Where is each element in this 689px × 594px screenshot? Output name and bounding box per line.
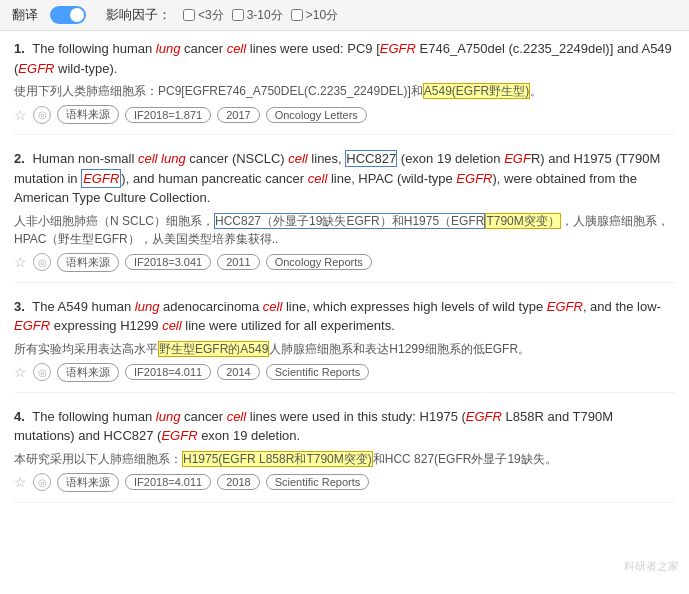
- result-1-cn: 使用下列人类肺癌细胞系：PC9[EGFRE746_A750DEL(C.2235_…: [14, 82, 675, 100]
- journal-tag-3[interactable]: Scientific Reports: [266, 364, 370, 380]
- toggle-knob: [70, 8, 84, 22]
- filter-3to10[interactable]: 3-10分: [232, 7, 283, 24]
- result-3-highlight: 野生型EGFR的A549: [158, 341, 269, 357]
- result-2-number: 2.: [14, 151, 25, 166]
- year-tag-4[interactable]: 2018: [217, 474, 259, 490]
- translate-toggle[interactable]: [50, 6, 86, 24]
- year-tag-3[interactable]: 2014: [217, 364, 259, 380]
- result-item-2: 2. Human non-small cell lung cancer (NSC…: [14, 149, 675, 283]
- filter-gt10[interactable]: >10分: [291, 7, 338, 24]
- result-item-3: 3. The A549 human lung adenocarcinoma ce…: [14, 297, 675, 393]
- result-4-number: 4.: [14, 409, 25, 424]
- if-tag-2[interactable]: IF2018=3.041: [125, 254, 211, 270]
- source-tag-3[interactable]: 语料来源: [57, 363, 119, 382]
- circle-icon-2[interactable]: ◎: [33, 253, 51, 271]
- journal-tag-1[interactable]: Oncology Letters: [266, 107, 367, 123]
- filter-lt3[interactable]: <3分: [183, 7, 224, 24]
- result-1-meta: ☆ ◎ 语料来源 IF2018=1.871 2017 Oncology Lett…: [14, 105, 675, 124]
- translate-label: 翻译: [12, 6, 38, 24]
- star-icon-1[interactable]: ☆: [14, 107, 27, 123]
- if-tag-1[interactable]: IF2018=1.871: [125, 107, 211, 123]
- filter-3to10-label: 3-10分: [247, 7, 283, 24]
- watermark: 科研者之家: [624, 559, 679, 574]
- result-1-number: 1.: [14, 41, 25, 56]
- impact-label: 影响因子：: [106, 6, 171, 24]
- filter-lt3-checkbox[interactable]: [183, 9, 195, 21]
- result-4-highlight: H1975(EGFR L858R和T790M突变): [182, 451, 373, 467]
- top-bar: 翻译 影响因子： <3分 3-10分 >10分: [0, 0, 689, 31]
- filter-group: <3分 3-10分 >10分: [183, 7, 338, 24]
- result-3-cn: 所有实验均采用表达高水平野生型EGFR的A549人肺腺癌细胞系和表达H1299细…: [14, 340, 675, 358]
- result-3-number: 3.: [14, 299, 25, 314]
- year-tag-2[interactable]: 2011: [217, 254, 259, 270]
- star-icon-3[interactable]: ☆: [14, 364, 27, 380]
- result-2-meta: ☆ ◎ 语料来源 IF2018=3.041 2011 Oncology Repo…: [14, 253, 675, 272]
- result-2-cn: 人非小细胞肺癌（N SCLC）细胞系，HCC827（外显子19缺失EGFR）和H…: [14, 212, 675, 248]
- year-tag-1[interactable]: 2017: [217, 107, 259, 123]
- filter-gt10-checkbox[interactable]: [291, 9, 303, 21]
- result-1-en: 1. The following human lung cancer cell …: [14, 39, 675, 78]
- source-tag-1[interactable]: 语料来源: [57, 105, 119, 124]
- source-tag-4[interactable]: 语料来源: [57, 473, 119, 492]
- journal-tag-4[interactable]: Scientific Reports: [266, 474, 370, 490]
- result-item-1: 1. The following human lung cancer cell …: [14, 39, 675, 135]
- circle-icon-1[interactable]: ◎: [33, 106, 51, 124]
- result-2-highlight-1: HCC827（外显子19缺失EGFR）和H1975（EGFR: [214, 213, 485, 229]
- journal-tag-2[interactable]: Oncology Reports: [266, 254, 372, 270]
- filter-3to10-checkbox[interactable]: [232, 9, 244, 21]
- hcc827-highlight: HCC827: [345, 150, 397, 167]
- result-2-en: 2. Human non-small cell lung cancer (NSC…: [14, 149, 675, 208]
- star-icon-2[interactable]: ☆: [14, 254, 27, 270]
- star-icon-4[interactable]: ☆: [14, 474, 27, 490]
- result-1-highlight: A549(EGFR野生型): [423, 83, 530, 99]
- egfr-blue-1: EGFR: [81, 169, 121, 188]
- result-4-meta: ☆ ◎ 语料来源 IF2018=4.011 2018 Scientific Re…: [14, 473, 675, 492]
- results-container: 1. The following human lung cancer cell …: [0, 31, 689, 525]
- result-3-meta: ☆ ◎ 语料来源 IF2018=4.011 2014 Scientific Re…: [14, 363, 675, 382]
- result-4-cn: 本研究采用以下人肺癌细胞系：H1975(EGFR L858R和T790M突变)和…: [14, 450, 675, 468]
- circle-icon-4[interactable]: ◎: [33, 473, 51, 491]
- filter-gt10-label: >10分: [306, 7, 338, 24]
- if-tag-4[interactable]: IF2018=4.011: [125, 474, 211, 490]
- result-item-4: 4. The following human lung cancer cell …: [14, 407, 675, 503]
- circle-icon-3[interactable]: ◎: [33, 363, 51, 381]
- filter-lt3-label: <3分: [198, 7, 224, 24]
- result-3-en: 3. The A549 human lung adenocarcinoma ce…: [14, 297, 675, 336]
- result-4-en: 4. The following human lung cancer cell …: [14, 407, 675, 446]
- result-2-highlight-2: T790M突变）: [485, 213, 560, 229]
- if-tag-3[interactable]: IF2018=4.011: [125, 364, 211, 380]
- source-tag-2[interactable]: 语料来源: [57, 253, 119, 272]
